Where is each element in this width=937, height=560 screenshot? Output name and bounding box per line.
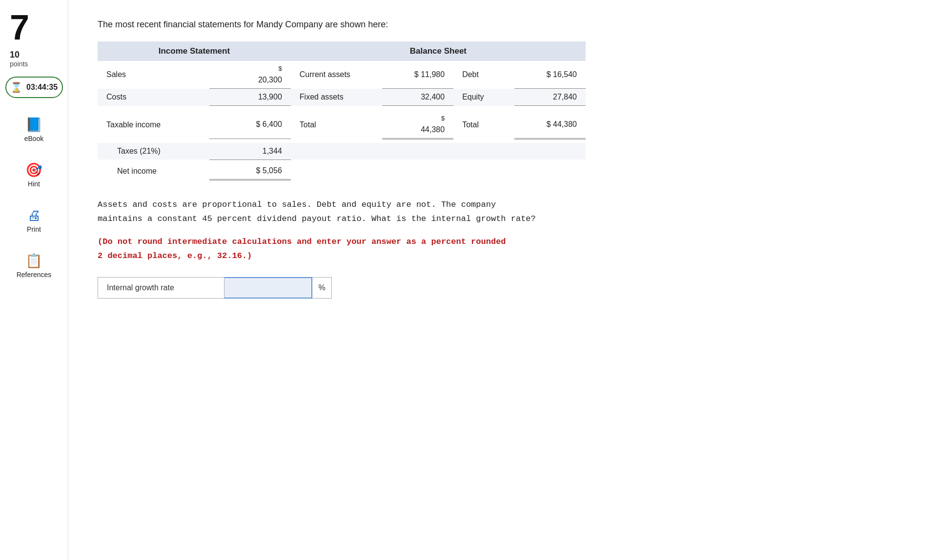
timer-icon: ⌛ — [10, 81, 22, 93]
bs-label-equity: Equity — [453, 89, 514, 106]
table-row: Sales $20,300 Current assets $ 11,980 De… — [98, 61, 586, 89]
print-label: Print — [27, 225, 41, 233]
intro-text: The most recent financial statements for… — [98, 20, 908, 30]
financial-table: Income Statement Balance Sheet Sales $20… — [98, 41, 586, 180]
timer-button[interactable]: ⌛ 03:44:35 — [5, 77, 63, 98]
table-row: Costs 13,900 Fixed assets 32,400 Equity … — [98, 89, 586, 106]
balance-header: Balance Sheet — [291, 41, 586, 61]
bs-label-total1: Total — [291, 111, 383, 139]
bs-val-debt: $ 16,540 — [514, 61, 586, 89]
income-label-netincome: Net income — [98, 162, 209, 180]
table-row: Taxes (21%) 1,344 — [98, 143, 586, 160]
points-sub: points — [10, 60, 28, 68]
references-icon: 📋 — [25, 253, 42, 269]
timer-display: 03:44:35 — [26, 83, 58, 92]
bs-val-fixed-assets: 32,400 — [382, 89, 453, 106]
main-content: The most recent financial statements for… — [68, 0, 937, 560]
table-row: Net income $ 5,056 — [98, 162, 586, 180]
bs-label-fixed-assets: Fixed assets — [291, 89, 383, 106]
description-block: Assets and costs are proportional to sal… — [98, 198, 908, 263]
print-icon: 🖨 — [27, 207, 41, 223]
bs-label-debt: Debt — [453, 61, 514, 89]
income-header: Income Statement — [98, 41, 291, 61]
income-label-sales: Sales — [98, 61, 209, 89]
sidebar-item-references[interactable]: 📋 References — [5, 249, 63, 282]
warning-text: (Do not round intermediate calculations … — [98, 235, 591, 263]
percent-symbol: % — [312, 277, 332, 299]
income-label-costs: Costs — [98, 89, 209, 106]
bs-label-current-assets: Current assets — [291, 61, 383, 89]
bs-label-total2: Total — [453, 111, 514, 139]
table-row: Taxable income $ 6,400 Total $44,380 Tot… — [98, 111, 586, 139]
bs-val-total1: $44,380 — [382, 111, 453, 139]
points-label: 10 — [10, 50, 20, 60]
income-value-sales: $20,300 — [209, 61, 291, 89]
income-label-taxable: Taxable income — [98, 111, 209, 139]
ebook-label: eBook — [24, 135, 44, 142]
sidebar: 7 10 points ⌛ 03:44:35 📘 eBook 🎯 Hint 🖨 … — [0, 0, 68, 560]
question-number: 7 — [10, 10, 29, 45]
sidebar-item-hint[interactable]: 🎯 Hint — [5, 158, 63, 192]
hint-label: Hint — [28, 180, 40, 188]
bs-val-equity: 27,840 — [514, 89, 586, 106]
financial-tables: Income Statement Balance Sheet Sales $20… — [98, 41, 586, 180]
sidebar-item-print[interactable]: 🖨 Print — [5, 203, 63, 237]
income-label-taxes: Taxes (21%) — [98, 143, 209, 160]
income-value-taxes: 1,344 — [209, 143, 291, 160]
internal-growth-rate-input[interactable] — [224, 277, 312, 299]
table-row-spacer — [98, 106, 586, 111]
bs-val-total2: $ 44,380 — [514, 111, 586, 139]
table-row-spacer — [98, 139, 586, 143]
references-label: References — [17, 271, 52, 279]
ebook-icon: 📘 — [25, 117, 42, 133]
sidebar-item-ebook[interactable]: 📘 eBook — [5, 113, 63, 146]
hint-icon: 🎯 — [25, 162, 42, 178]
income-value-costs: 13,900 — [209, 89, 291, 106]
bs-val-current-assets: $ 11,980 — [382, 61, 453, 89]
income-value-netincome: $ 5,056 — [209, 162, 291, 180]
input-label: Internal growth rate — [98, 277, 224, 299]
answer-input-row: Internal growth rate % — [98, 277, 908, 299]
income-value-taxable: $ 6,400 — [209, 111, 291, 139]
description-text: Assets and costs are proportional to sal… — [98, 198, 591, 226]
